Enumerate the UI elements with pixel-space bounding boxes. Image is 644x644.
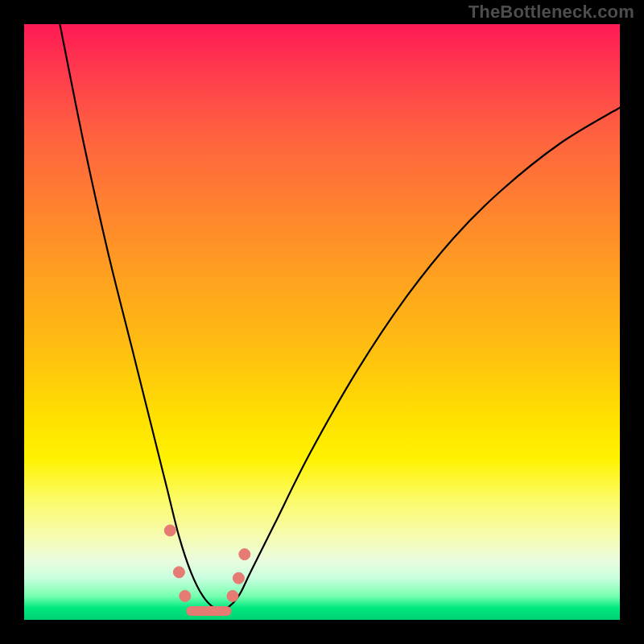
data-marker [233,572,244,584]
watermark-text: TheBottleneck.com [469,2,634,23]
data-marker [239,549,250,560]
data-marker [180,590,191,601]
chart-frame: TheBottleneck.com [0,0,644,644]
plot-area [24,24,620,620]
marker-layer [164,525,250,611]
bottleneck-curve [60,24,620,609]
data-marker [173,567,184,578]
curve-layer [24,24,620,620]
data-marker [164,525,175,536]
data-marker [227,590,238,601]
